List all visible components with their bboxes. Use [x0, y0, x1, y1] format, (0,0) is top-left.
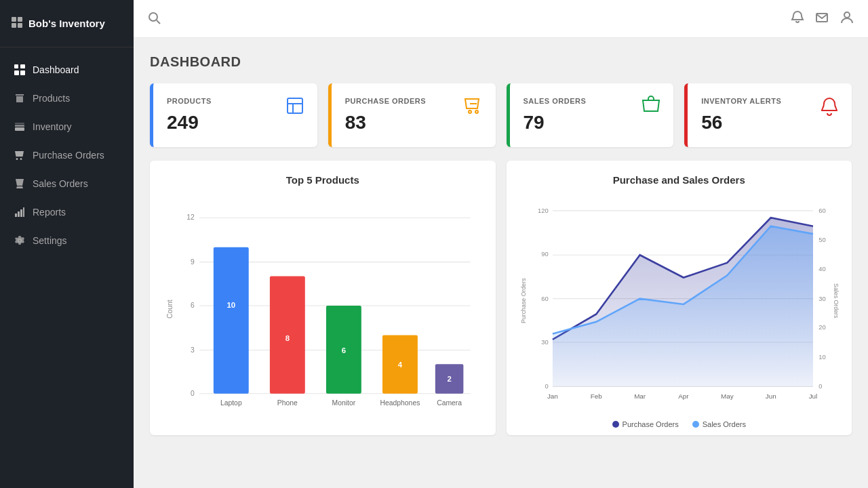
- stat-card-so-label: SALES ORDERS: [524, 97, 660, 105]
- bar-chart-svg: Count 12 9 6 3 0: [161, 194, 485, 418]
- svg-text:50: 50: [818, 237, 825, 243]
- svg-text:60: 60: [541, 296, 548, 302]
- chart-legend: Purchase Orders Sales Orders: [517, 420, 842, 428]
- svg-text:Jul: Jul: [808, 392, 817, 400]
- svg-text:May: May: [721, 392, 734, 400]
- svg-text:4: 4: [398, 361, 403, 369]
- svg-text:Phone: Phone: [277, 399, 298, 407]
- svg-rect-7: [20, 70, 25, 75]
- sales-orders-icon: [14, 178, 26, 190]
- sidebar-item-inventory[interactable]: Inventory: [0, 113, 134, 141]
- dashboard-icon: [14, 64, 26, 76]
- svg-text:Feb: Feb: [590, 392, 602, 400]
- svg-text:12: 12: [186, 214, 195, 221]
- stat-card-products-value: 249: [167, 112, 304, 134]
- svg-rect-14: [23, 207, 24, 217]
- svg-rect-35: [214, 247, 249, 394]
- svg-text:0: 0: [818, 383, 822, 390]
- svg-point-18: [844, 12, 850, 18]
- sidebar-label-inventory: Inventory: [33, 121, 72, 132]
- svg-text:Jan: Jan: [547, 392, 557, 400]
- svg-rect-9: [15, 125, 24, 127]
- purchase-orders-icon: [14, 149, 26, 161]
- sidebar-item-settings[interactable]: Settings: [0, 226, 134, 255]
- svg-text:0: 0: [191, 390, 195, 397]
- search-icon[interactable]: [147, 11, 161, 27]
- legend-label-purchase: Purchase Orders: [623, 420, 679, 428]
- svg-text:Jun: Jun: [765, 392, 776, 400]
- mail-icon[interactable]: [815, 10, 829, 27]
- sidebar-item-sales-orders[interactable]: Sales Orders: [0, 169, 134, 198]
- svg-text:Apr: Apr: [678, 392, 689, 400]
- svg-text:Purchase Orders: Purchase Orders: [520, 278, 527, 323]
- svg-point-15: [149, 13, 157, 21]
- sidebar-label-purchase-orders: Purchase Orders: [33, 150, 104, 161]
- svg-text:9: 9: [191, 258, 195, 266]
- svg-text:Laptop: Laptop: [220, 399, 242, 407]
- stat-card-sales-orders: SALES ORDERS 79: [507, 83, 674, 147]
- reports-icon: [14, 206, 26, 218]
- bar-chart-title: Top 5 Products: [161, 174, 485, 186]
- svg-point-23: [475, 110, 478, 113]
- sidebar-item-purchase-orders[interactable]: Purchase Orders: [0, 141, 134, 169]
- svg-text:Camera: Camera: [437, 399, 462, 407]
- legend-dot-purchase: [612, 421, 619, 428]
- sidebar-label-dashboard: Dashboard: [33, 64, 79, 75]
- stat-card-products-label: PRODUCTS: [167, 97, 304, 105]
- stat-card-po-value: 83: [345, 112, 482, 134]
- svg-rect-19: [288, 98, 302, 113]
- svg-text:10: 10: [818, 354, 825, 361]
- svg-text:0: 0: [545, 383, 548, 390]
- svg-point-22: [469, 110, 471, 113]
- svg-rect-8: [15, 127, 24, 131]
- sidebar-item-dashboard[interactable]: Dashboard: [0, 56, 134, 84]
- purchase-stat-icon: [463, 96, 484, 121]
- topbar-left: [147, 11, 161, 27]
- svg-rect-11: [15, 214, 17, 217]
- alerts-stat-icon: [819, 96, 840, 121]
- user-icon[interactable]: [840, 9, 854, 28]
- products-stat-icon: [285, 96, 305, 121]
- svg-marker-70: [552, 226, 812, 387]
- svg-text:90: 90: [541, 251, 548, 258]
- page-title: DASHBOARD: [150, 54, 852, 70]
- line-chart-container: 120 90 60 30 0 60 50 40 30 20 10 0: [517, 194, 842, 418]
- sidebar-label-sales-orders: Sales Orders: [33, 178, 88, 189]
- line-chart-svg: 120 90 60 30 0 60 50 40 30 20 10 0: [517, 194, 842, 418]
- svg-text:Headphones: Headphones: [380, 399, 420, 407]
- main-content: DASHBOARD PRODUCTS 249 PURCHASE ORDERS 8…: [134, 0, 868, 488]
- sidebar-item-products[interactable]: Products: [0, 84, 134, 113]
- svg-rect-2: [12, 23, 16, 28]
- svg-text:30: 30: [541, 339, 548, 346]
- svg-text:20: 20: [818, 324, 825, 331]
- stat-card-ia-label: INVENTORY ALERTS: [701, 97, 838, 105]
- svg-text:Mar: Mar: [634, 392, 646, 400]
- inventory-icon: [14, 121, 26, 133]
- svg-text:60: 60: [818, 207, 825, 214]
- svg-line-16: [157, 20, 160, 24]
- page-content: DASHBOARD PRODUCTS 249 PURCHASE ORDERS 8…: [134, 38, 868, 488]
- bar-chart-card: Top 5 Products Count 12 9 6: [150, 161, 496, 435]
- app-name: Bob's Inventory: [28, 18, 105, 29]
- stat-card-ia-value: 56: [701, 112, 838, 134]
- stat-cards: PRODUCTS 249 PURCHASE ORDERS 83: [150, 83, 852, 147]
- svg-rect-12: [18, 211, 20, 217]
- sidebar-item-reports[interactable]: Reports: [0, 198, 134, 226]
- svg-text:8: 8: [285, 334, 290, 342]
- svg-text:6: 6: [191, 302, 195, 309]
- sidebar-label-reports: Reports: [33, 207, 66, 218]
- svg-text:10: 10: [226, 301, 235, 309]
- svg-rect-1: [18, 17, 22, 22]
- svg-text:120: 120: [538, 207, 549, 214]
- svg-text:Count: Count: [166, 300, 174, 319]
- svg-rect-13: [20, 209, 22, 217]
- app-logo: Bob's Inventory: [0, 0, 134, 47]
- legend-sales-orders: Sales Orders: [692, 420, 746, 428]
- bar-chart-container: Count 12 9 6 3 0: [161, 194, 485, 418]
- svg-text:Sales Orders: Sales Orders: [833, 283, 840, 319]
- sidebar-label-settings: Settings: [33, 235, 67, 246]
- legend-dot-sales: [692, 421, 699, 428]
- svg-rect-5: [20, 64, 25, 68]
- notification-icon[interactable]: [791, 10, 804, 27]
- svg-rect-0: [12, 17, 16, 22]
